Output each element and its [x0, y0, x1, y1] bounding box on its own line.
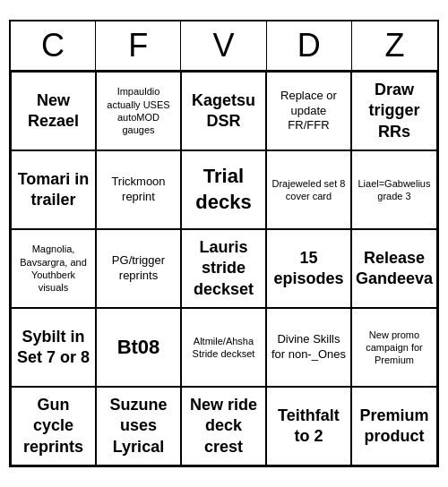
- cell-6: Trickmoon reprint: [96, 150, 181, 229]
- cell-2: Kagetsu DSR: [181, 72, 266, 150]
- cell-7: Trial decks: [181, 150, 266, 229]
- cell-13: 15 episodes: [266, 229, 351, 308]
- cell-24: Premium product: [351, 387, 437, 466]
- cell-1: Impauldio actually USES autoMOD gauges: [96, 72, 181, 150]
- cell-21: Suzune uses Lyrical: [96, 387, 181, 466]
- cell-22: New ride deck crest: [181, 387, 266, 466]
- cell-14: Release Gandeeva: [351, 229, 437, 308]
- bingo-card: CFVDZ New RezaelImpauldio actually USES …: [9, 20, 439, 467]
- cell-9: Liael=Gabwelius grade 3: [351, 150, 437, 229]
- cell-19: New promo campaign for Premium: [351, 308, 437, 387]
- cell-4: Draw trigger RRs: [351, 72, 437, 150]
- cell-5: Tomari in trailer: [11, 150, 96, 229]
- bingo-grid: New RezaelImpauldio actually USES autoMO…: [11, 72, 437, 466]
- cell-23: Teithfalt to 2: [266, 387, 351, 466]
- header-col-d: D: [267, 21, 352, 70]
- header-col-z: Z: [352, 21, 437, 70]
- cell-17: Altmile/Ahsha Stride deckset: [181, 308, 266, 387]
- cell-8: Drajeweled set 8 cover card: [266, 150, 351, 229]
- cell-3: Replace or update FR/FFR: [266, 72, 351, 150]
- cell-18: Divine Skills for non-_Ones: [266, 308, 351, 387]
- header-col-f: F: [96, 21, 181, 70]
- cell-11: PG/trigger reprints: [96, 229, 181, 308]
- header-col-v: V: [181, 21, 266, 70]
- cell-20: Gun cycle reprints: [11, 387, 96, 466]
- bingo-header: CFVDZ: [11, 21, 437, 72]
- cell-16: Bt08: [96, 308, 181, 387]
- header-col-c: C: [11, 21, 96, 70]
- cell-12: Lauris stride deckset: [181, 229, 266, 308]
- cell-15: Sybilt in Set 7 or 8: [11, 308, 96, 387]
- cell-10: Magnolia, Bavsargra, and Youthberk visua…: [11, 229, 96, 308]
- cell-0: New Rezael: [11, 72, 96, 150]
